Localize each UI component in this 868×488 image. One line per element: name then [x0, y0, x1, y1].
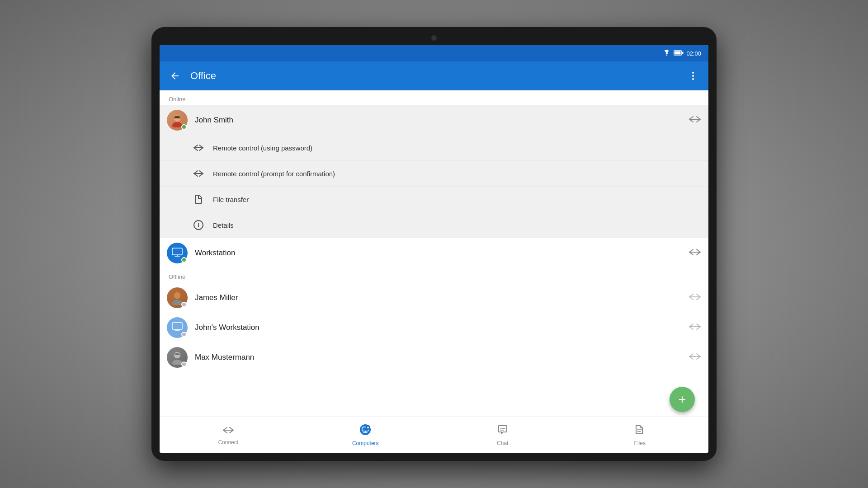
remote-confirm-label: Remote control (prompt for confirmation) [213, 170, 335, 178]
connect-nav-icon [222, 425, 234, 437]
sub-item-remote-confirm[interactable]: Remote control (prompt for confirmation) [160, 161, 708, 187]
wifi-icon [663, 50, 671, 57]
list-item-james-miller[interactable]: James Miller [160, 283, 708, 313]
list-item-max-mustermann[interactable]: Max Mustermann [160, 343, 708, 372]
content: Online [160, 90, 708, 417]
status-dot-workstation [181, 257, 187, 263]
svg-rect-1 [675, 52, 681, 55]
battery-icon [674, 50, 684, 57]
status-dot-john [181, 124, 187, 130]
james-miller-name: James Miller [195, 293, 689, 302]
connect-arrow-john[interactable] [689, 115, 701, 126]
john-smith-name: John Smith [195, 116, 689, 125]
remote-password-label: Remote control (using password) [213, 144, 312, 152]
avatar-container-max [167, 347, 188, 368]
list-item-workstation[interactable]: Workstation [160, 238, 708, 268]
nav-item-computers[interactable]: Computers [297, 420, 434, 450]
svg-rect-14 [172, 323, 182, 329]
avatar-container-johns-ws [167, 317, 188, 338]
computers-nav-icon [359, 424, 371, 438]
app-bar: Office [160, 61, 708, 90]
list-item-johns-workstation[interactable]: John's Workstation [160, 313, 708, 343]
chat-nav-icon [497, 424, 509, 438]
sub-item-details[interactable]: Details [160, 212, 708, 238]
status-bar: 02:00 [160, 45, 708, 61]
content-wrapper: Online [160, 90, 708, 453]
status-icons: 02:00 [663, 50, 701, 57]
status-dot-johns-ws [181, 332, 187, 337]
back-button[interactable] [167, 68, 183, 84]
nav-item-connect[interactable]: Connect [160, 421, 297, 449]
workstation-name: Workstation [195, 249, 689, 258]
johns-workstation-name: John's Workstation [195, 323, 689, 332]
max-mustermann-name: Max Mustermann [195, 353, 689, 362]
app-title: Office [190, 70, 678, 82]
files-nav-label: Files [634, 440, 646, 446]
svg-point-3 [692, 72, 694, 74]
avatar-container-john [167, 110, 188, 131]
remote-control-confirm-icon [191, 166, 206, 181]
status-dot-james [181, 302, 187, 307]
more-button[interactable] [685, 68, 701, 84]
connect-arrow-johns-ws[interactable] [689, 323, 701, 333]
nav-item-chat[interactable]: Chat [434, 420, 571, 450]
svg-point-4 [692, 75, 694, 77]
file-transfer-label: File transfer [213, 196, 249, 203]
details-icon [191, 218, 206, 232]
connect-arrow-max[interactable] [689, 352, 701, 363]
svg-point-13 [174, 292, 180, 299]
section-header-offline: Offline [160, 268, 708, 283]
nav-item-files[interactable]: Files [571, 420, 709, 450]
files-nav-icon [634, 424, 646, 438]
connect-arrow-workstation[interactable] [689, 248, 701, 258]
svg-rect-10 [172, 248, 182, 255]
screen: 02:00 Office Online [160, 45, 708, 453]
status-time: 02:00 [686, 50, 701, 57]
sub-item-remote-password[interactable]: Remote control (using password) [160, 135, 708, 161]
device-frame: 02:00 Office Online [151, 27, 717, 461]
connect-nav-label: Connect [218, 439, 238, 446]
fab-button[interactable]: + [670, 387, 695, 412]
svg-rect-2 [682, 52, 684, 54]
list-item-john-smith[interactable]: John Smith [160, 105, 708, 135]
file-transfer-icon [191, 192, 206, 206]
section-header-online: Online [160, 90, 708, 105]
details-label: Details [213, 221, 234, 229]
computers-nav-label: Computers [352, 440, 379, 446]
svg-point-12 [172, 300, 182, 305]
remote-control-icon [191, 141, 206, 155]
camera [431, 35, 437, 41]
svg-point-16 [172, 360, 182, 365]
svg-point-5 [692, 78, 694, 80]
status-dot-max [181, 361, 187, 367]
svg-point-7 [172, 122, 182, 127]
sub-item-file-transfer[interactable]: File transfer [160, 187, 708, 212]
avatar-container-james [167, 287, 188, 308]
chat-nav-label: Chat [497, 440, 508, 446]
connect-arrow-james[interactable] [689, 293, 701, 303]
avatar-container-workstation [167, 243, 188, 263]
bottom-nav: Connect Computers [160, 417, 708, 453]
